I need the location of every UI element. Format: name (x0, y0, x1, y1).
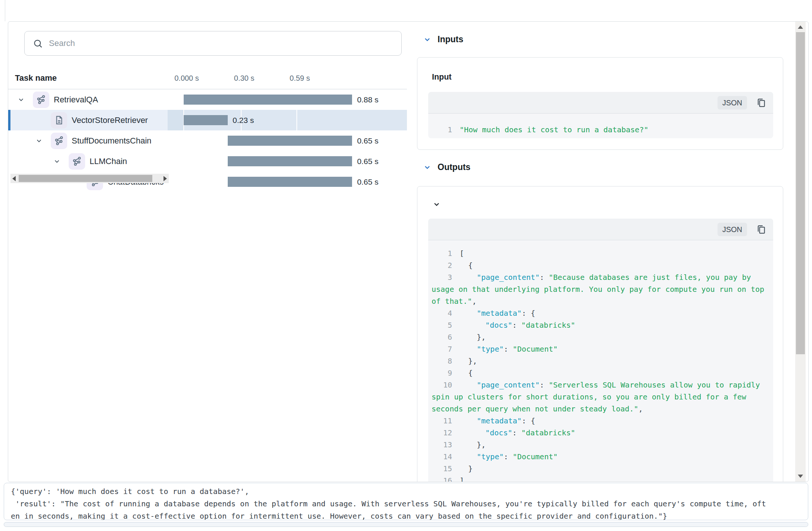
json-line: 9 { (428, 367, 773, 379)
json-line-content: seconds per query when not under steady … (432, 404, 643, 413)
json-format-badge[interactable]: JSON (718, 96, 747, 109)
scroll-left-icon[interactable] (12, 176, 16, 181)
code-block-toolbar: JSON (428, 92, 773, 114)
json-token: "databricks" (521, 428, 575, 437)
input-string-value: "How much does it cost to run a database… (460, 125, 648, 134)
search-icon (33, 38, 43, 49)
json-line-content: }, (460, 356, 477, 365)
search-input[interactable] (48, 38, 401, 49)
gantt-gridline (296, 110, 297, 130)
trace-viewer-page: { "code_bar": { "tokens": [ {"text": "ra… (0, 0, 812, 531)
line-number: 13 (428, 440, 452, 449)
task-name-cell[interactable]: VectorStoreRetriever (8, 110, 168, 130)
json-token: }, (477, 333, 486, 342)
json-token: { (468, 368, 473, 377)
task-name-cell[interactable]: StuffDocumentsChain (8, 130, 168, 151)
line-number: 2 (428, 261, 452, 270)
collapse-chevron-icon[interactable] (433, 201, 440, 209)
json-line-content: "metadata": { (460, 309, 535, 318)
vertical-scrollbar-thumb[interactable] (796, 32, 805, 354)
json-line-content: { (460, 368, 473, 377)
duration-label: 0.65 s (357, 151, 378, 172)
expand-chevron-icon[interactable] (49, 158, 64, 164)
json-token: : (512, 321, 521, 330)
scroll-right-icon[interactable] (164, 176, 167, 181)
duration-label: 0.65 s (357, 130, 378, 151)
json-token: : { (522, 309, 535, 318)
time-tick-0: 0.000 s (174, 74, 199, 83)
json-token: "type" (477, 452, 504, 461)
duration-label: 0.65 s (357, 172, 378, 192)
json-line: seconds per query when not under steady … (428, 403, 773, 415)
expand-chevron-icon[interactable] (13, 96, 28, 103)
search-box[interactable] (24, 31, 402, 56)
trace-panel: Task name 0.000 s 0.30 s 0.59 s 0.88 s (8, 21, 809, 482)
duration-bar[interactable] (228, 177, 352, 187)
json-line-content: of that.", (432, 297, 476, 306)
duration-bar[interactable] (228, 136, 352, 146)
json-token: of that." (432, 297, 472, 306)
task-row[interactable]: 0.65 s LLMChain (8, 151, 407, 172)
task-row[interactable]: 0.88 s RetrievalQA (8, 89, 407, 110)
json-line-content: ] (460, 476, 464, 482)
duration-bar[interactable] (184, 95, 352, 105)
copy-button[interactable] (755, 97, 767, 109)
outputs-section-header[interactable]: Outputs (424, 162, 470, 172)
json-line-content: "type": "Document" (460, 452, 558, 461)
json-line: 3 "page_content": "Because databases are… (428, 271, 773, 283)
json-token: "page_content" (477, 273, 540, 282)
task-label: LLMChain (90, 157, 127, 166)
json-line: 11 "metadata": { (428, 415, 773, 427)
task-name-cell[interactable]: RetrievalQA (8, 89, 168, 110)
chain-span-icon (69, 153, 85, 170)
json-token: spin up clusters for short durations, so… (432, 392, 746, 401)
line-number: 1 (428, 249, 452, 258)
json-line: 15 } (428, 463, 773, 475)
result-line: {'query': 'How much does it cost to run … (11, 485, 801, 498)
json-token: { (468, 261, 473, 270)
json-line-content: usage on that underlying platform. You o… (432, 285, 764, 294)
expand-chevron-icon[interactable] (31, 138, 46, 144)
json-line: 13 }, (428, 439, 773, 451)
result-line: 'result': "The cost of running a databas… (11, 498, 801, 510)
json-token: "databricks" (521, 321, 575, 330)
json-format-badge[interactable]: JSON (718, 223, 747, 236)
task-name-cell[interactable]: LLMChain (8, 151, 168, 172)
json-token: ] (460, 476, 464, 482)
duration-bar[interactable] (228, 156, 352, 166)
code-line: 1 "How much does it cost to run a databa… (428, 121, 773, 138)
chevron-down-icon[interactable] (424, 164, 431, 171)
scroll-up-icon[interactable] (798, 25, 803, 29)
json-line: usage on that underlying platform. You o… (428, 283, 773, 295)
input-code-body: 1 "How much does it cost to run a databa… (428, 114, 773, 138)
details-vertical-scrollbar[interactable] (795, 22, 806, 482)
json-line-content: "docs": "databricks" (460, 321, 575, 330)
time-tick-1: 0.30 s (234, 74, 254, 83)
tree-horizontal-scrollbar[interactable] (10, 174, 169, 183)
retriever-document-icon (51, 112, 67, 129)
json-token: "Document" (513, 452, 557, 461)
inputs-section-header[interactable]: Inputs (424, 34, 463, 44)
line-number: 8 (428, 356, 452, 365)
json-token: "Document" (513, 345, 557, 354)
chevron-down-icon[interactable] (424, 36, 431, 43)
json-line: 1 [ (428, 247, 773, 259)
line-number: 14 (428, 452, 452, 461)
task-row[interactable]: 0.23 s VectorStoreRetriever (8, 110, 407, 130)
duration-bar[interactable] (184, 115, 228, 125)
scroll-down-icon[interactable] (798, 475, 803, 478)
horizontal-scrollbar-thumb[interactable] (19, 175, 152, 182)
json-line-content: "type": "Document" (460, 345, 558, 354)
duration-label: 0.88 s (357, 89, 378, 110)
copy-button[interactable] (755, 223, 767, 235)
task-label: StuffDocumentsChain (72, 136, 152, 146)
input-field-label: Input (432, 72, 452, 82)
task-table-header: Task name 0.000 s 0.30 s 0.59 s (8, 68, 407, 89)
line-number: 12 (428, 428, 452, 437)
json-line-content: "page_content": "Because databases are j… (460, 273, 751, 282)
task-row[interactable]: 0.65 s StuffDocumentsChain (8, 130, 407, 151)
task-label: VectorStoreRetriever (72, 115, 148, 125)
line-number: 6 (428, 333, 452, 342)
json-token: "docs" (485, 428, 512, 437)
result-line: en in seconds, making it a cost-effectiv… (11, 510, 801, 520)
